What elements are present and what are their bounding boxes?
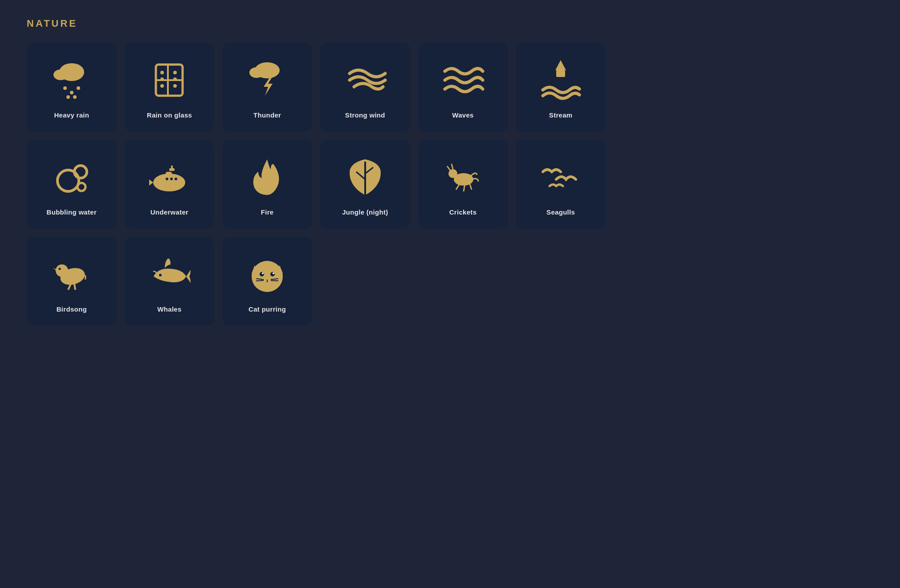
svg-point-57 bbox=[273, 272, 274, 274]
rain-glass-icon bbox=[147, 58, 191, 102]
card-label-cat-purring: Cat purring bbox=[248, 305, 286, 313]
svg-point-51 bbox=[252, 261, 283, 292]
svg-line-41 bbox=[452, 164, 453, 169]
card-label-fire: Fire bbox=[261, 208, 274, 216]
svg-line-48 bbox=[68, 284, 71, 290]
card-thunder[interactable]: Thunder bbox=[222, 43, 312, 132]
svg-point-14 bbox=[160, 84, 164, 88]
section-title: NATURE bbox=[27, 18, 873, 29]
svg-point-50 bbox=[159, 274, 162, 276]
card-label-rain-on-glass: Rain on glass bbox=[147, 111, 192, 119]
svg-point-29 bbox=[170, 178, 173, 180]
card-label-crickets: Crickets bbox=[449, 208, 477, 216]
submarine-icon bbox=[147, 155, 191, 199]
svg-marker-31 bbox=[149, 179, 153, 186]
svg-point-54 bbox=[260, 272, 264, 276]
card-label-heavy-rain: Heavy rain bbox=[54, 111, 89, 119]
card-strong-wind[interactable]: Strong wind bbox=[320, 43, 410, 132]
card-waves[interactable]: Waves bbox=[418, 43, 508, 132]
svg-point-24 bbox=[74, 166, 87, 178]
svg-line-49 bbox=[74, 284, 75, 290]
thunder-icon bbox=[245, 58, 289, 102]
card-whales[interactable]: Whales bbox=[125, 237, 215, 326]
card-label-jungle-night: Jungle (night) bbox=[342, 208, 388, 216]
card-label-stream: Stream bbox=[549, 111, 573, 119]
leaf-icon bbox=[343, 155, 387, 199]
bird-icon bbox=[49, 252, 94, 296]
fire-icon bbox=[245, 155, 289, 199]
card-seagulls[interactable]: Seagulls bbox=[516, 140, 606, 229]
svg-point-19 bbox=[249, 67, 264, 78]
card-label-seagulls: Seagulls bbox=[546, 208, 575, 216]
svg-line-63 bbox=[271, 280, 278, 281]
svg-point-6 bbox=[73, 95, 77, 99]
svg-rect-22 bbox=[556, 70, 565, 77]
bubbles-icon bbox=[49, 155, 94, 199]
card-cat-purring[interactable]: Cat purring bbox=[222, 237, 312, 326]
svg-point-46 bbox=[56, 264, 68, 277]
svg-point-30 bbox=[175, 178, 177, 180]
svg-point-16 bbox=[173, 77, 177, 81]
svg-point-13 bbox=[160, 77, 164, 81]
svg-line-61 bbox=[256, 280, 264, 281]
svg-point-47 bbox=[58, 268, 61, 270]
svg-point-25 bbox=[77, 183, 86, 191]
card-label-strong-wind: Strong wind bbox=[345, 111, 385, 119]
svg-line-40 bbox=[447, 166, 450, 170]
card-label-underwater: Underwater bbox=[151, 208, 189, 216]
card-rain-on-glass[interactable]: Rain on glass bbox=[125, 43, 215, 132]
card-label-thunder: Thunder bbox=[253, 111, 281, 119]
card-birdsong[interactable]: Birdsong bbox=[27, 237, 117, 326]
svg-point-28 bbox=[166, 178, 168, 180]
svg-point-12 bbox=[160, 71, 164, 74]
card-bubbling-water[interactable]: Bubbling water bbox=[27, 140, 117, 229]
seagulls-icon bbox=[538, 155, 583, 199]
svg-point-1 bbox=[53, 69, 68, 80]
whale-icon bbox=[147, 252, 191, 296]
svg-point-15 bbox=[173, 71, 177, 74]
card-label-waves: Waves bbox=[452, 111, 473, 119]
svg-point-4 bbox=[77, 86, 80, 90]
svg-point-2 bbox=[63, 86, 67, 90]
svg-marker-21 bbox=[555, 60, 566, 70]
svg-point-5 bbox=[66, 95, 70, 99]
card-label-bubbling-water: Bubbling water bbox=[47, 208, 97, 216]
card-jungle-night[interactable]: Jungle (night) bbox=[320, 140, 410, 229]
card-label-birdsong: Birdsong bbox=[57, 305, 87, 313]
rain-icon bbox=[49, 58, 94, 102]
waves-icon bbox=[440, 58, 485, 102]
cat-icon bbox=[245, 252, 289, 296]
card-heavy-rain[interactable]: Heavy rain bbox=[27, 43, 117, 132]
card-crickets[interactable]: Crickets bbox=[418, 140, 508, 229]
wind-icon bbox=[343, 58, 387, 102]
card-underwater[interactable]: Underwater bbox=[125, 140, 215, 229]
card-stream[interactable]: Stream bbox=[516, 43, 606, 132]
stream-icon bbox=[538, 58, 583, 102]
card-fire[interactable]: Fire bbox=[222, 140, 312, 229]
svg-point-55 bbox=[270, 272, 275, 276]
svg-point-3 bbox=[70, 91, 73, 94]
card-label-whales: Whales bbox=[157, 305, 181, 313]
cricket-icon bbox=[440, 155, 485, 199]
svg-marker-20 bbox=[264, 78, 273, 96]
sound-grid: Heavy rain Rain on glass Thunder Strong … bbox=[27, 43, 606, 326]
svg-point-56 bbox=[262, 272, 264, 274]
svg-point-17 bbox=[173, 84, 177, 88]
